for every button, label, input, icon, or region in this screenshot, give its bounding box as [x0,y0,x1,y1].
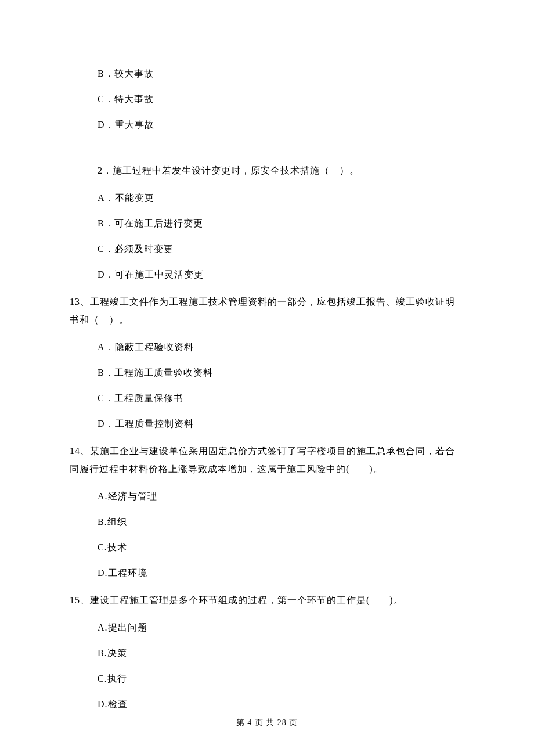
spacer [70,143,464,157]
question-13: 13、工程竣工文件作为工程施工技术管理资料的一部分，应包括竣工报告、竣工验收证明… [70,293,464,329]
question-15: 15、建设工程施工管理是多个环节组成的过程，第一个环节的工作是( )。 [70,592,464,609]
option-c: C．必须及时变更 [70,242,464,256]
option-d: D．可在施工中灵活变更 [70,268,464,282]
option-d: D.工程环境 [70,566,464,580]
option-b: B．较大事故 [70,67,464,81]
option-a: A.提出问题 [70,621,464,635]
option-b: B.组织 [70,515,464,529]
option-a: A．隐蔽工程验收资料 [70,340,464,354]
option-d: D.检查 [70,697,464,711]
question-2: 2．施工过程中若发生设计变更时，原安全技术措施（ ）。 [70,162,464,179]
question-14: 14、某施工企业与建设单位采用固定总价方式签订了写字楼项目的施工总承包合同，若合… [70,442,464,478]
option-b: B.决策 [70,646,464,660]
page-content: B．较大事故 C．特大事故 D．重大事故 2．施工过程中若发生设计变更时，原安全… [0,0,534,711]
option-d: D．重大事故 [70,118,464,132]
option-a: A．不能变更 [70,191,464,205]
option-c: C.技术 [70,541,464,555]
option-b: B．工程施工质量验收资料 [70,366,464,380]
option-a: A.经济与管理 [70,489,464,503]
page-footer: 第 4 页 共 28 页 [0,718,534,728]
option-c: C．特大事故 [70,92,464,106]
option-d: D．工程质量控制资料 [70,417,464,431]
option-c: C.执行 [70,672,464,686]
option-c: C．工程质量保修书 [70,391,464,405]
option-b: B．可在施工后进行变更 [70,217,464,231]
